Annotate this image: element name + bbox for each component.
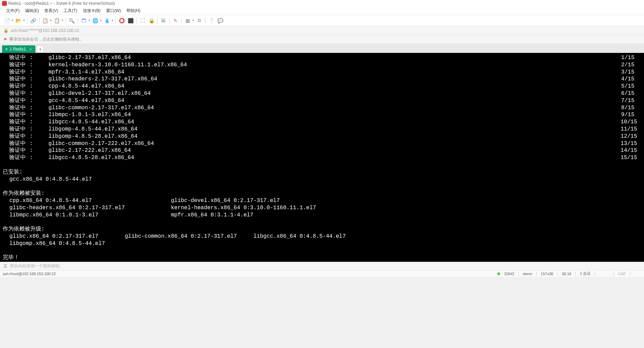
font-button[interactable]: 💧 [103, 16, 111, 25]
open-button[interactable]: 📂 [14, 16, 23, 25]
separator [575, 272, 576, 276]
dropdown-icon[interactable]: ▼ [11, 19, 14, 22]
tab-label: 1 Redis1 [10, 47, 26, 52]
dropdown-icon[interactable]: ▼ [88, 19, 91, 22]
paste-button[interactable]: 📋 [53, 16, 61, 25]
quick-command-hint: 双击此处添加一个新的按钮。 [10, 263, 64, 269]
terminal[interactable]: 验证中: glibc-2.17-317.el7.x86_641/15 验证中: … [0, 53, 644, 262]
separator [136, 18, 137, 24]
reconnect-button[interactable]: 🔗 [29, 16, 37, 25]
separator [39, 18, 39, 24]
lock-button[interactable]: 🔒 [147, 16, 156, 25]
quick-command-bar[interactable]: ☰ 双击此处添加一个新的按钮。 [0, 262, 644, 270]
separator [27, 18, 27, 24]
tab-add-button[interactable]: + [37, 46, 44, 53]
status-sessions: 1 会话 [580, 271, 590, 276]
address-text: ssh://root:******@192.168.153.100:22 [11, 28, 79, 33]
session-hint-text: 要添加当前会话，点击左侧的箭头按钮。 [9, 36, 83, 42]
status-cap: CAP [618, 272, 626, 276]
status-size: 157x30 [541, 272, 553, 276]
hamburger-icon[interactable]: ☰ [3, 264, 7, 269]
separator [78, 18, 78, 24]
lock-icon: 🔒 [3, 28, 9, 33]
search-button[interactable]: 🔍 [68, 16, 76, 25]
app-icon [2, 1, 7, 6]
separator [536, 272, 537, 276]
tab-redis1[interactable]: 1 Redis1 ✕ [2, 45, 35, 53]
separator [630, 272, 630, 276]
highlight-button[interactable]: ✎ [171, 16, 180, 25]
copy-button[interactable]: 📋 [41, 16, 49, 25]
separator [169, 18, 170, 24]
comment-button[interactable]: 💬 [216, 16, 224, 25]
layout-button[interactable]: ▦ [183, 16, 192, 25]
menu-tabs[interactable]: 选项卡(B) [80, 7, 103, 15]
tab-close-icon[interactable]: ✕ [29, 47, 32, 51]
new-session-button[interactable]: 📄 [3, 16, 11, 25]
dropdown-icon[interactable]: ▼ [23, 19, 25, 22]
menu-help[interactable]: 帮助(H) [124, 7, 143, 15]
menu-view[interactable]: 查看(V) [42, 7, 61, 15]
fullscreen-button[interactable]: ⛶ [138, 16, 147, 25]
help-button[interactable]: ❔ [207, 16, 215, 25]
refresh-button[interactable]: ⭕ [117, 16, 126, 25]
dropdown-icon[interactable]: ▼ [49, 19, 52, 22]
dropdown-icon[interactable]: ▼ [100, 19, 102, 22]
tab-status-dot [5, 48, 8, 50]
menu-file[interactable]: 文件(F) [3, 7, 22, 15]
menu-tools[interactable]: 工具(T) [61, 7, 80, 15]
dropdown-icon[interactable]: ▼ [192, 19, 194, 22]
stop-button[interactable]: ⬛ [126, 16, 135, 25]
session-hint-bar: ⚑ 要添加当前会话，点击左侧的箭头按钮。 [0, 35, 644, 44]
flag-icon: ⚑ [3, 37, 7, 42]
separator [66, 18, 66, 24]
statusbar: ssh://root@192.168.153.100:22 SSH2 xterm… [0, 270, 644, 277]
dropdown-icon[interactable]: ▼ [61, 19, 64, 22]
status-cursor-pos: 30,18 [562, 272, 572, 276]
status-connection: ssh://root@192.168.153.100:22 [3, 272, 497, 276]
properties-button[interactable]: 🗔 [80, 16, 88, 25]
transfer-button[interactable]: 🏛 [159, 16, 168, 25]
separator [205, 18, 205, 24]
separator [557, 272, 558, 276]
separator [613, 272, 614, 276]
cascade-button[interactable]: ⧉ [195, 16, 203, 25]
separator [115, 18, 116, 24]
separator [157, 18, 158, 24]
menu-window[interactable]: 窗口(W) [103, 7, 124, 15]
window-title: Redis1 - root@Redis1:~ - Xshell 6 (Free … [8, 1, 115, 6]
tabbar: 1 Redis1 ✕ + [0, 44, 644, 53]
color-button[interactable]: 🌐 [91, 16, 100, 25]
menu-edit[interactable]: 编辑(E) [22, 7, 42, 15]
status-protocol: SSH2 [504, 272, 514, 276]
separator [181, 18, 182, 24]
status-term: xterm [523, 272, 532, 276]
ssh-status-icon [497, 272, 500, 275]
menubar: 文件(F) 编辑(E) 查看(V) 工具(T) 选项卡(B) 窗口(W) 帮助(… [0, 7, 644, 15]
separator [518, 272, 519, 276]
toolbar: 📄▼ 📂▼ 🔗 📋▼ 📋▼ 🔍 🗔▼ 🌐▼ 💧▼ ⭕ ⬛ ⛶ 🔒 🏛 ✎ ▦▼ … [0, 15, 644, 26]
addressbar[interactable]: 🔒 ssh://root:******@192.168.153.100:22 [0, 26, 644, 35]
dropdown-icon[interactable]: ▼ [111, 19, 114, 22]
titlebar: Redis1 - root@Redis1:~ - Xshell 6 (Free … [0, 0, 644, 7]
separator [595, 272, 595, 276]
